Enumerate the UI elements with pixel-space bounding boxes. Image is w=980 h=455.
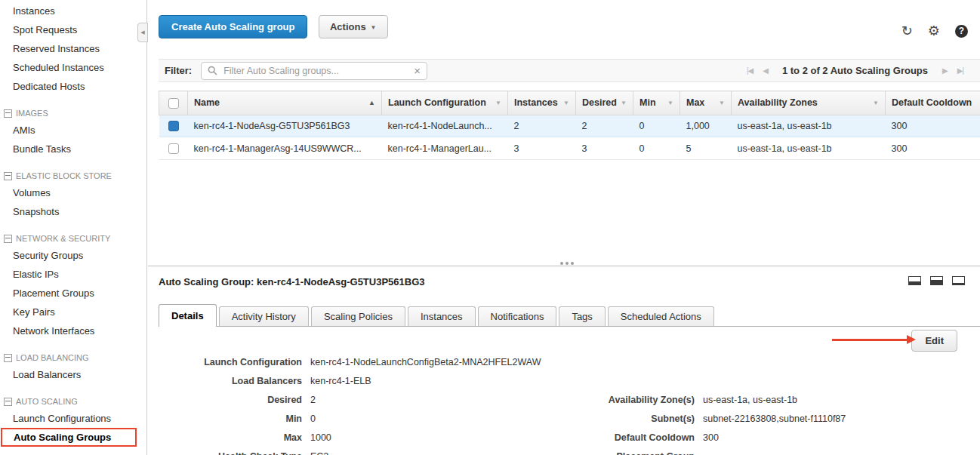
table-row[interactable]: ken-rc4-1-NodeAsg-G5TU3P561BG3 ken-rc4-1…	[159, 115, 980, 137]
column-filter-caret-icon[interactable]: ▼	[873, 100, 879, 106]
pagination-last-button[interactable]: ▶|	[957, 66, 963, 75]
select-all-checkbox[interactable]	[168, 98, 179, 109]
sidebar-item-bundle-tasks[interactable]: Bundle Tasks	[0, 140, 146, 158]
column-filter-caret-icon[interactable]: ▼	[667, 100, 673, 106]
column-filter-caret-icon[interactable]: ▼	[495, 100, 501, 106]
column-filter-caret-icon[interactable]: ▼	[621, 100, 627, 106]
field-value: 1000	[310, 432, 331, 443]
field-label: Availability Zone(s)	[581, 395, 695, 405]
sidebar-section-load-balancing[interactable]: LOAD BALANCING	[0, 350, 146, 365]
field-row: Launch Configuration ken-rc4-1-NodeLaunc…	[159, 357, 581, 376]
sidebar-item-security-groups[interactable]: Security Groups	[0, 246, 146, 265]
tab-tags[interactable]: Tags	[559, 306, 605, 326]
sidebar-section-label: AUTO SCALING	[16, 397, 78, 406]
column-header-min[interactable]: ▼Min	[633, 91, 680, 115]
column-header-instances[interactable]: ▼Instances	[508, 91, 576, 115]
column-header-max[interactable]: ▼Max	[680, 91, 732, 115]
filter-search-box[interactable]: ×	[201, 62, 427, 80]
field-label: Min	[159, 413, 302, 424]
search-icon	[208, 66, 217, 75]
ec2-console: Instances Spot Requests Reserved Instanc…	[0, 0, 980, 455]
sidebar-item-network-interfaces[interactable]: Network Interfaces	[0, 321, 146, 340]
help-icon[interactable]: ?	[955, 25, 968, 38]
pane-split-layout-icon[interactable]	[930, 276, 943, 285]
header-icons: ↻ ⚙ ?	[901, 24, 968, 38]
filter-input[interactable]	[222, 65, 409, 77]
field-value: ken-rc4-1-NodeLaunchConfigBeta2-MNA2HFEL…	[310, 357, 541, 367]
edit-button[interactable]: Edit	[911, 330, 957, 352]
sidebar-item-load-balancers[interactable]: Load Balancers	[0, 365, 146, 384]
column-label: Availability Zones	[738, 97, 818, 108]
row-select-cell[interactable]	[159, 137, 188, 160]
field-row: Availability Zone(s) us-east-1a, us-east…	[581, 395, 974, 413]
field-value: 0	[310, 413, 316, 424]
pane-minimal-layout-icon[interactable]	[952, 276, 965, 285]
column-filter-caret-icon[interactable]: ▼	[719, 100, 725, 106]
pane-layout-controls	[908, 276, 965, 285]
row-select-cell[interactable]	[159, 115, 188, 137]
column-header-desired[interactable]: ▼Desired	[576, 91, 633, 115]
sidebar-item-elastic-ips[interactable]: Elastic IPs	[0, 265, 146, 284]
sidebar-section-network-security[interactable]: NETWORK & SECURITY	[0, 231, 146, 246]
pagination-prev-button[interactable]: ◀	[763, 66, 768, 75]
tab-scheduled-actions[interactable]: Scheduled Actions	[608, 306, 714, 326]
tab-activity-history[interactable]: Activity History	[219, 306, 309, 326]
chevron-down-icon: ▼	[371, 24, 377, 31]
cell-default-cooldown: 300	[886, 115, 980, 137]
tab-instances[interactable]: Instances	[408, 306, 476, 326]
tab-notifications[interactable]: Notifications	[478, 306, 557, 326]
sort-ascending-icon: ▲	[368, 99, 375, 106]
collapse-section-icon	[4, 172, 12, 180]
tab-scaling-policies[interactable]: Scaling Policies	[311, 306, 405, 326]
table-row[interactable]: ken-rc4-1-ManagerAsg-14US9WWCR... ken-rc…	[159, 137, 980, 160]
pagination-next-button[interactable]: ▶	[942, 66, 948, 75]
splitter-drag-handle-icon[interactable]	[560, 262, 563, 265]
refresh-icon[interactable]: ↻	[901, 24, 913, 38]
sidebar-item-auto-scaling-groups[interactable]: Auto Scaling Groups	[1, 428, 137, 447]
sidebar-item-reserved-instances[interactable]: Reserved Instances	[0, 39, 146, 58]
column-header-launch-configuration[interactable]: ▼Launch Configuration	[382, 91, 508, 115]
column-header-name[interactable]: ▲Name	[188, 91, 382, 115]
select-all-header[interactable]	[159, 91, 188, 115]
actions-button[interactable]: Actions▼	[319, 15, 388, 38]
field-row: Max 1000	[159, 432, 581, 451]
tab-details[interactable]: Details	[159, 304, 217, 327]
pagination-first-button[interactable]: |◀	[747, 66, 753, 75]
clear-filter-icon[interactable]: ×	[414, 66, 421, 76]
create-auto-scaling-group-button[interactable]: Create Auto Scaling group	[159, 15, 307, 38]
auto-scaling-groups-table: ▲Name ▼Launch Configuration ▼Instances ▼…	[159, 91, 980, 160]
sidebar-collapse-button[interactable]: ◀	[137, 23, 148, 42]
cell-availability-zones: us-east-1a, us-east-1b	[732, 115, 886, 137]
column-filter-caret-icon[interactable]: ▼	[563, 100, 569, 106]
column-header-availability-zones[interactable]: ▼Availability Zones	[732, 91, 886, 115]
cell-default-cooldown: 300	[886, 137, 980, 160]
field-label: Desired	[159, 395, 302, 405]
sidebar-item-volumes[interactable]: Volumes	[0, 183, 146, 202]
sidebar-section-images[interactable]: IMAGES	[0, 106, 146, 121]
pane-bottom-layout-icon[interactable]	[908, 276, 921, 285]
sidebar-section-auto-scaling[interactable]: AUTO SCALING	[0, 394, 146, 409]
column-header-default-cooldown[interactable]: Default Cooldown	[886, 91, 980, 115]
gear-icon[interactable]: ⚙	[928, 24, 940, 38]
sidebar-item-amis[interactable]: AMIs	[0, 121, 146, 140]
main-content: Create Auto Scaling group Actions▼ ↻ ⚙ ?…	[148, 0, 980, 455]
sidebar-item-instances[interactable]: Instances	[0, 2, 146, 20]
sidebar-section-label: IMAGES	[16, 109, 48, 118]
sidebar-section-elastic-block-store[interactable]: ELASTIC BLOCK STORE	[0, 168, 146, 183]
field-value: ken-rc4-1-ELB	[310, 376, 371, 386]
sidebar-section-label: NETWORK & SECURITY	[16, 234, 110, 243]
sidebar-item-key-pairs[interactable]: Key Pairs	[0, 303, 146, 321]
row-checkbox-checked[interactable]	[168, 121, 179, 131]
sidebar-item-dedicated-hosts[interactable]: Dedicated Hosts	[0, 77, 146, 96]
field-label: Placement Group	[581, 451, 695, 455]
row-checkbox[interactable]	[168, 143, 179, 154]
details-fields: Launch Configuration ken-rc4-1-NodeLaunc…	[159, 357, 980, 455]
sidebar-item-snapshots[interactable]: Snapshots	[0, 202, 146, 221]
sidebar-item-scheduled-instances[interactable]: Scheduled Instances	[0, 58, 146, 77]
sidebar-item-launch-configurations[interactable]: Launch Configurations	[0, 409, 146, 428]
sidebar-item-spot-requests[interactable]: Spot Requests	[0, 20, 146, 39]
cell-desired: 3	[576, 137, 633, 160]
field-label: Subnet(s)	[581, 413, 695, 424]
field-value: subnet-22163808,subnet-f1110f87	[703, 413, 846, 424]
sidebar-item-placement-groups[interactable]: Placement Groups	[0, 284, 146, 303]
